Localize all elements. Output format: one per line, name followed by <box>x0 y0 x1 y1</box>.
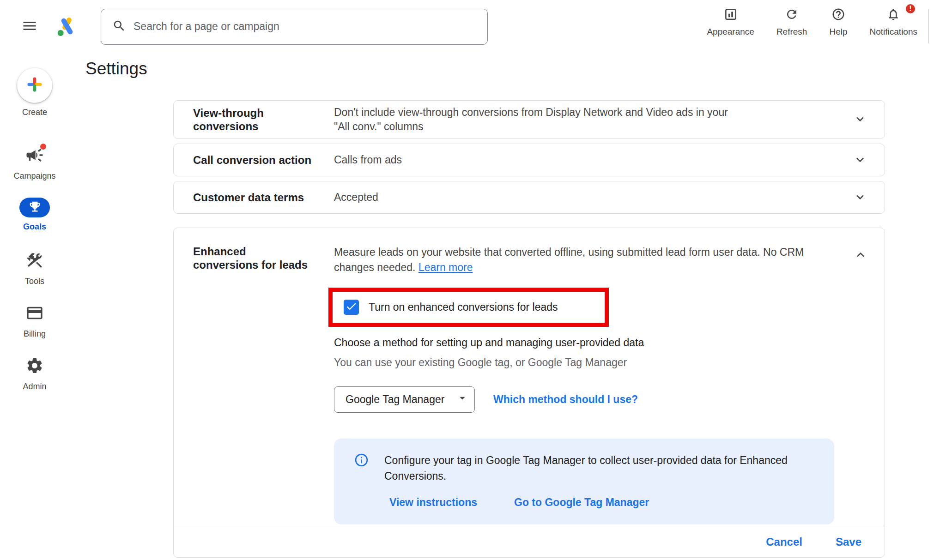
sidebar-item-tools[interactable]: Tools <box>0 251 69 286</box>
row-label: View-through conversions <box>193 106 334 133</box>
enhanced-conversions-checkbox[interactable] <box>344 300 359 315</box>
gear-icon <box>25 356 44 377</box>
method-subtext: You can use your existing Google tag, or… <box>334 356 834 369</box>
sidebar-label-goals: Goals <box>23 222 46 232</box>
sidebar-label-tools: Tools <box>25 277 44 286</box>
page-title: Settings <box>85 59 147 78</box>
sidebar-item-admin[interactable]: Admin <box>0 356 69 391</box>
enhanced-conversions-panel: Enhanced conversions for leads Measure l… <box>173 228 885 558</box>
google-ads-logo[interactable] <box>56 16 78 37</box>
help-button[interactable]: Help <box>829 7 847 37</box>
chevron-up-icon[interactable] <box>853 247 868 263</box>
credit-card-icon <box>25 304 44 324</box>
tools-icon <box>25 251 44 271</box>
cancel-button[interactable]: Cancel <box>766 536 802 548</box>
topbar-actions: Appearance Refresh Help ! Notifications <box>707 7 917 37</box>
info-box: Configure your tag in Google Tag Manager… <box>334 439 834 524</box>
sidebar-label-create: Create <box>22 108 47 117</box>
which-method-link[interactable]: Which method should I use? <box>493 393 638 406</box>
panel-footer: Cancel Save <box>174 526 885 557</box>
info-icon <box>354 452 369 484</box>
checkmark-icon <box>345 300 358 314</box>
sidebar-item-billing[interactable]: Billing <box>0 303 69 339</box>
refresh-label: Refresh <box>776 27 807 37</box>
hamburger-icon <box>21 29 38 36</box>
goals-selected-pill <box>19 198 50 217</box>
campaigns-alert-dot <box>40 144 46 150</box>
setting-row-view-through-conversions[interactable]: View-through conversions Don't include v… <box>173 100 885 139</box>
setting-row-customer-data-terms[interactable]: Customer data terms Accepted <box>173 181 885 214</box>
notifications-label: Notifications <box>870 27 918 37</box>
view-instructions-link[interactable]: View instructions <box>389 496 477 509</box>
appearance-button[interactable]: Appearance <box>707 7 754 37</box>
row-value: Don't include view-through conversions f… <box>334 105 852 134</box>
refresh-button[interactable]: Refresh <box>776 7 807 37</box>
panel-description: Measure leads on your website that conve… <box>334 245 834 276</box>
settings-list: View-through conversions Don't include v… <box>173 100 885 558</box>
help-label: Help <box>829 27 847 37</box>
trophy-icon <box>28 200 42 215</box>
method-heading: Choose a method for setting up and manag… <box>334 337 834 349</box>
row-value: Accepted <box>334 190 852 205</box>
plus-icon <box>25 75 44 96</box>
main-menu-button[interactable] <box>20 18 39 36</box>
sidebar-label-campaigns: Campaigns <box>13 171 55 181</box>
chevron-down-icon[interactable] <box>852 152 868 168</box>
setting-row-call-conversion-action[interactable]: Call conversion action Calls from ads <box>173 144 885 176</box>
checkbox-label[interactable]: Turn on enhanced conversions for leads <box>369 301 558 313</box>
learn-more-link[interactable]: Learn more <box>418 261 473 273</box>
top-bar: Appearance Refresh Help ! Notifications <box>0 0 946 53</box>
go-to-gtm-link[interactable]: Go to Google Tag Manager <box>514 496 649 509</box>
create-button[interactable] <box>17 68 52 103</box>
chevron-down-icon[interactable] <box>852 190 868 205</box>
bell-icon <box>886 7 900 23</box>
search-icon <box>112 19 126 35</box>
save-button[interactable]: Save <box>836 536 861 548</box>
sidebar-item-goals[interactable]: Goals <box>0 198 69 232</box>
highlight-box: Turn on enhanced conversions for leads <box>328 288 609 327</box>
search-input[interactable] <box>133 20 487 33</box>
help-icon <box>831 7 845 23</box>
appearance-icon <box>724 7 738 23</box>
sidebar-label-billing: Billing <box>24 329 46 339</box>
row-label: Customer data terms <box>193 191 334 204</box>
info-text: Configure your tag in Google Tag Manager… <box>384 452 788 484</box>
row-value: Calls from ads <box>334 153 852 167</box>
sidebar-label-admin: Admin <box>23 382 46 391</box>
search-box <box>101 9 488 45</box>
appearance-label: Appearance <box>707 27 754 37</box>
tag-method-select[interactable]: Google Tag Manager <box>334 386 475 413</box>
topbar-divider <box>928 9 929 43</box>
notifications-button[interactable]: ! Notifications <box>870 7 918 37</box>
row-label: Call conversion action <box>193 153 334 167</box>
panel-label: Enhanced conversions for leads <box>193 245 334 526</box>
notification-badge: ! <box>904 3 916 15</box>
refresh-icon <box>785 7 799 23</box>
select-value: Google Tag Manager <box>346 393 444 406</box>
sidebar: Create Campaigns Goals Tools <box>0 53 69 560</box>
dropdown-arrow-icon <box>456 391 469 407</box>
sidebar-item-campaigns[interactable]: Campaigns <box>0 145 69 181</box>
chevron-down-icon[interactable] <box>852 112 868 127</box>
sidebar-item-create[interactable]: Create <box>0 68 69 117</box>
